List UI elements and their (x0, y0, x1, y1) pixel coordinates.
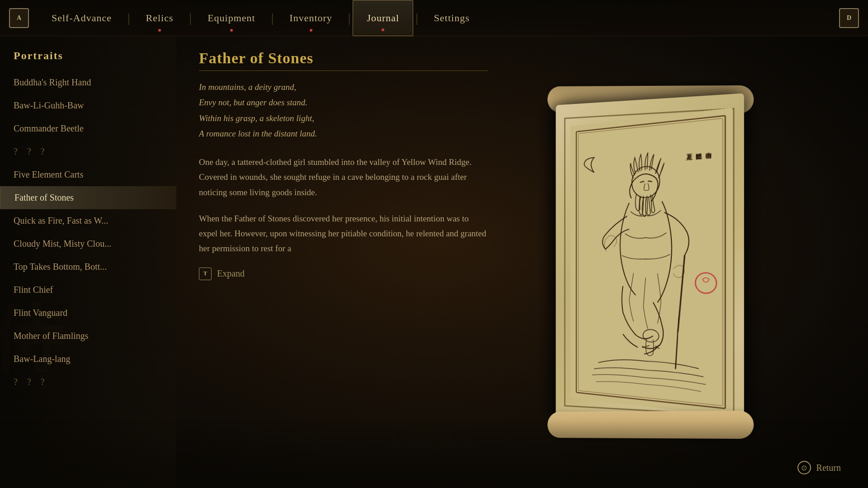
nav-separator-1: | (125, 11, 132, 25)
poem-line: A romance lost in the distant land. (199, 127, 488, 141)
expand-label: Expand (217, 268, 245, 279)
expand-key-icon: T (199, 267, 212, 280)
nav-separator-5: | (413, 11, 420, 25)
sidebar-item-unknown-2[interactable]: ? ? ? (0, 371, 176, 394)
sidebar-item-commander-beetle[interactable]: Commander Beetle (0, 117, 176, 140)
nav-item-equipment[interactable]: Equipment (194, 0, 269, 36)
entry-body: One day, a tattered-clothed girl stumble… (199, 155, 488, 256)
nav-item-journal[interactable]: Journal (353, 0, 413, 36)
sidebar-items-container: Buddha's Right HandBaw-Li-Guhh-BawComman… (0, 71, 176, 394)
nav-item-self-advance[interactable]: Self-Advance (38, 0, 125, 36)
poem-line: Envy not, but anger does stand. (199, 95, 488, 110)
sidebar-item-baw-li-guhh-baw[interactable]: Baw-Li-Guhh-Baw (0, 94, 176, 117)
scroll-container: 山中有山神 徒呼奴以鄉 是花下人 (552, 99, 741, 425)
sidebar-item-cloudy-mist[interactable]: Cloudy Mist, Misty Clou... (0, 232, 176, 255)
center-content: Father of Stones In mountains, a deity g… (176, 36, 511, 488)
sidebar-item-baw-lang-lang[interactable]: Baw-Lang-lang (0, 347, 176, 371)
sidebar-item-mother-of-flamlings[interactable]: Mother of Flamlings (0, 324, 176, 347)
scroll-illustration: 山中有山神 徒呼奴以鄉 是花下人 (566, 113, 732, 411)
sidebar-item-flint-vanguard[interactable]: Flint Vanguard (0, 301, 176, 324)
return-button[interactable]: ⊙ Return (797, 461, 841, 474)
sidebar-section-title: Portraits (0, 45, 176, 71)
entry-poem: In mountains, a deity grand,Envy not, bu… (199, 80, 488, 141)
nav-separator-2: | (187, 11, 194, 25)
body-paragraph: When the Father of Stones discovered her… (199, 211, 488, 256)
journal-dot (382, 28, 384, 31)
nav-item-relics[interactable]: Relics (132, 0, 187, 36)
relics-dot (158, 29, 161, 32)
equipment-dot (230, 29, 233, 32)
left-controller-button[interactable]: A (9, 8, 29, 28)
sidebar-item-top-takes-bottom[interactable]: Top Takes Bottom, Bott... (0, 255, 176, 278)
journal-illustration-panel: 山中有山神 徒呼奴以鄉 是花下人 (511, 36, 782, 488)
body-paragraph: One day, a tattered-clothed girl stumble… (199, 155, 488, 200)
scroll-bottom-roller (547, 411, 754, 439)
sidebar: Portraits Buddha's Right HandBaw-Li-Guhh… (0, 36, 176, 488)
sidebar-item-quick-as-fire[interactable]: Quick as Fire, Fast as W... (0, 209, 176, 232)
nav-item-settings[interactable]: Settings (420, 0, 483, 36)
nav-item-inventory[interactable]: Inventory (276, 0, 346, 36)
nav-separator-4: | (346, 11, 353, 25)
poem-line: Within his grasp, a skeleton light, (199, 111, 488, 126)
sidebar-item-five-element-carts[interactable]: Five Element Carts (0, 163, 176, 186)
sidebar-item-unknown-1[interactable]: ? ? ? (0, 140, 176, 163)
nav-separator-3: | (269, 11, 276, 25)
nav-items-container: Self-Advance | Relics | Equipment | Inve… (38, 0, 830, 36)
sidebar-item-buddhas-right-hand[interactable]: Buddha's Right Hand (0, 71, 176, 94)
entry-title: Father of Stones (199, 50, 488, 71)
sidebar-item-flint-chief[interactable]: Flint Chief (0, 278, 176, 301)
inventory-dot (310, 29, 312, 32)
right-controller-button[interactable]: D (839, 8, 859, 28)
poem-line: In mountains, a deity grand, (199, 80, 488, 94)
return-icon: ⊙ (797, 461, 811, 474)
navigation-bar: A Self-Advance | Relics | Equipment | In… (0, 0, 868, 36)
sidebar-item-father-of-stones[interactable]: Father of Stones (0, 186, 176, 209)
svg-rect-0 (571, 108, 733, 416)
main-content: Portraits Buddha's Right HandBaw-Li-Guhh… (0, 36, 868, 488)
return-label: Return (816, 463, 841, 473)
expand-button[interactable]: T Expand (199, 267, 488, 280)
